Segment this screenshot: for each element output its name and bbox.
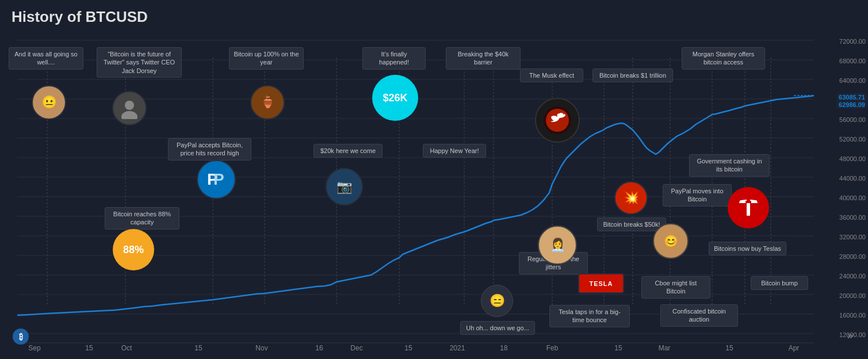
annotation-morgan: Morgan Stanley offers bitcoin access (682, 47, 765, 70)
icon-20k: 📷 (326, 168, 363, 205)
annotation-40k: Breaking the $40k barrier (446, 47, 521, 70)
y-label-24k: 24000.00 (839, 273, 866, 280)
y-label-36k: 36000.00 (839, 214, 866, 221)
x-label-dec: Dec (350, 344, 362, 352)
icon-face2: 😊 (653, 223, 689, 259)
x-label-15-feb: 15 (614, 344, 622, 352)
svg-point-34 (121, 111, 137, 119)
icon-going-well: 😐 (32, 85, 66, 120)
icon-tesla-logo (728, 187, 769, 228)
y-label-32k: 32000.00 (839, 234, 866, 240)
icon-paypal: P P (197, 160, 236, 199)
annotation-going-well: And it was all going so well.... (9, 47, 83, 70)
price-tag-1: 63085.71 (837, 93, 867, 101)
x-label-15-sep: 15 (85, 344, 93, 352)
annotation-cboe: Cboe might list Bitcoin (641, 276, 710, 299)
icon-musk-twitter (535, 98, 580, 143)
x-label-16: 16 (315, 344, 323, 352)
icon-down: 😑 (481, 285, 513, 317)
icon-dorsey (112, 91, 147, 125)
chart-container: History of BTCUSD (0, 0, 868, 359)
x-label-feb: Feb (546, 344, 559, 352)
y-label-56k: 56000.00 (839, 116, 866, 123)
annotation-confiscated: Confiscated bitcoin auction (660, 304, 738, 327)
annotation-20k: $20k here we come (313, 144, 383, 158)
x-label-15-mar: 15 (725, 344, 733, 352)
x-label-sep: Sep (28, 344, 40, 352)
x-label-nov: Nov (255, 344, 267, 352)
x-label-2021: 2021 (450, 344, 465, 352)
x-label-oct: Oct (121, 344, 132, 352)
x-label-apr: Apr (789, 344, 800, 352)
y-label-20k: 20000.00 (839, 292, 866, 299)
btc-logo: ₿ (13, 329, 29, 345)
annotation-musk: The Musk effect (520, 68, 583, 82)
annotation-bump: Bitcoin bump (751, 276, 808, 290)
x-label-15-oct: 15 (194, 344, 202, 352)
price-tag-2: 62986.09 (837, 101, 867, 109)
x-label-15-dec: 15 (404, 344, 412, 352)
icon-100pct: 🏺 (250, 85, 285, 120)
annotation-down: Uh oh... down we go... (460, 321, 535, 335)
annotation-1trillion: Bitcoin breaks $1 trillion (592, 68, 673, 82)
svg-point-33 (125, 101, 134, 110)
icon-88pct: 88% (113, 229, 154, 270)
svg-rect-39 (747, 203, 750, 216)
y-label-40k: 40000.00 (839, 194, 866, 201)
y-label-68k: 68000.00 (839, 58, 866, 64)
annotation-tesla-buy: Bitcoins now buy Teslas (709, 242, 786, 255)
svg-text:P: P (213, 170, 224, 188)
y-label-72k: 72000.00 (839, 38, 866, 45)
annotation-50k: Bitcoin breaks $50k! (597, 217, 666, 231)
y-label-16k: 16000.00 (839, 312, 866, 319)
icon-26k: $26K (372, 75, 418, 121)
icon-paypal2: 💥 (614, 181, 648, 215)
icon-yellen: 👩‍💼 (538, 226, 577, 265)
x-label-mar: Mar (659, 344, 671, 352)
annotation-finally: It's finally happened! (362, 47, 426, 70)
annotation-govt: Government cashing in its bitcoin (689, 154, 770, 177)
annotation-paypal: PayPal accepts Bitcoin, price hits recor… (168, 138, 251, 161)
annotation-dorsey: "Bitcoin is the future of Twitter" says … (97, 47, 182, 78)
y-label-48k: 48000.00 (839, 155, 866, 162)
annotation-paypal2: PayPal moves into Bitcoin (663, 184, 732, 207)
annotation-tesla-bounce: Tesla taps in for a big-time bounce (549, 305, 630, 327)
annotation-newyear: Happy New Year! (423, 144, 486, 158)
icon-tesla-badge: TESLA (578, 273, 624, 293)
y-label-64k: 64000.00 (839, 77, 866, 84)
annotation-88pct: Bitcoin reaches 88% capacity (105, 207, 179, 230)
y-label-44k: 44000.00 (839, 175, 866, 182)
nav-next-arrow[interactable]: » (847, 330, 853, 342)
y-label-52k: 52000.00 (839, 136, 866, 143)
y-label-28k: 28000.00 (839, 253, 866, 260)
annotation-100pct: Bitcoin up 100% on the year (229, 47, 304, 70)
x-label-18: 18 (500, 344, 507, 352)
